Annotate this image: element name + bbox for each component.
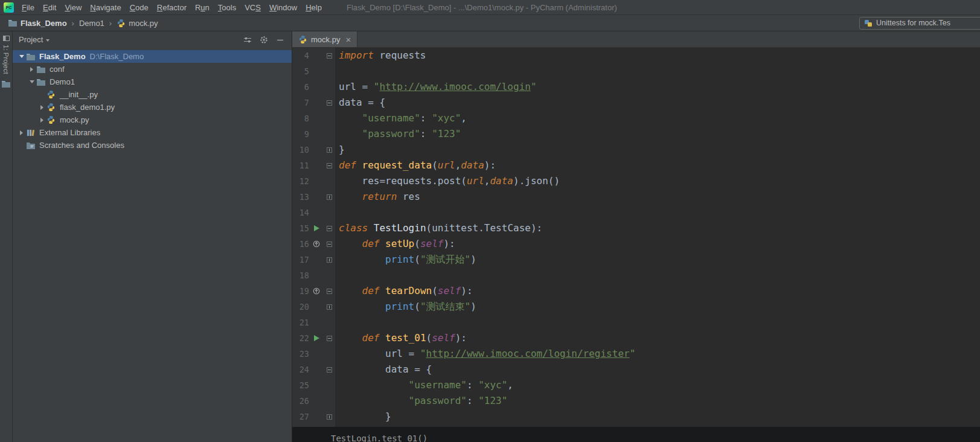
- chevron-down-icon: [46, 39, 50, 42]
- menu-vcs[interactable]: VCS: [240, 1, 265, 14]
- code-line[interactable]: 15class TestLogin(unittest.TestCase):: [292, 220, 980, 236]
- tree-item-init-py[interactable]: __init__.py: [13, 88, 292, 101]
- code-line[interactable]: 12 res=requests.post(url,data).json(): [292, 173, 980, 189]
- tree-expand-arrow-icon[interactable]: [17, 55, 26, 58]
- gutter-cell: 14: [292, 205, 335, 220]
- tree-expand-arrow-icon[interactable]: [17, 130, 26, 135]
- tool-stripe-button-1-project[interactable]: 1: Project: [2, 34, 10, 74]
- overrides-icon[interactable]: [309, 287, 324, 295]
- fold-marker[interactable]: [324, 257, 335, 263]
- code-line[interactable]: 27 }: [292, 409, 980, 424]
- code-line[interactable]: 9 "password": "123": [292, 126, 980, 142]
- gear-icon[interactable]: [260, 36, 268, 44]
- tree-expand-arrow-icon[interactable]: [27, 67, 36, 72]
- menu-edit[interactable]: Edit: [39, 1, 60, 14]
- breadcrumb-item-mock-py[interactable]: mock.py: [115, 18, 159, 28]
- tree-item-label: mock.py: [60, 115, 89, 124]
- fold-marker[interactable]: [324, 194, 335, 200]
- tree-item-label: Flask_Demo: [39, 52, 86, 61]
- tree-item-demo1[interactable]: Demo1: [13, 75, 292, 88]
- tree-item-scratches-and-consoles[interactable]: Scratches and Consoles: [13, 139, 292, 152]
- fold-marker[interactable]: [324, 53, 335, 59]
- code-line[interactable]: 22 def test_01(self):: [292, 330, 980, 346]
- project-panel-title[interactable]: Project: [19, 35, 43, 44]
- run-test-icon[interactable]: [309, 335, 324, 341]
- gutter-cell: 19: [292, 283, 335, 299]
- line-number: 8: [292, 110, 309, 126]
- code-text: data = {: [339, 362, 432, 377]
- menu-help[interactable]: Help: [301, 1, 326, 14]
- line-number: 13: [292, 189, 309, 205]
- code-line[interactable]: 17 print("测试开始"): [292, 252, 980, 267]
- python-icon: [46, 90, 57, 99]
- menu-tools[interactable]: Tools: [214, 1, 240, 14]
- tree-expand-arrow-icon[interactable]: [37, 105, 46, 110]
- code-line[interactable]: 26 "password": "123": [292, 393, 980, 409]
- menu-navigate[interactable]: Navigate: [86, 1, 125, 14]
- tool-stripe-button[interactable]: [1, 80, 11, 88]
- code-line[interactable]: 11def request_data(url,data):: [292, 158, 980, 173]
- tree-expand-arrow-icon[interactable]: [37, 118, 46, 123]
- code-line[interactable]: 25 "username": "xyc",: [292, 377, 980, 393]
- fold-marker[interactable]: [324, 147, 335, 153]
- menu-bar: FileEditViewNavigateCodeRefactorRunTools…: [18, 1, 326, 14]
- fold-marker[interactable]: [324, 367, 335, 373]
- code-line[interactable]: 5: [292, 63, 980, 79]
- tree-item-flask-demo[interactable]: Flask_DemoD:\Flask_Demo: [13, 50, 292, 63]
- line-number: 17: [292, 252, 309, 267]
- code-text: print("测试开始"): [339, 252, 476, 267]
- menu-refactor[interactable]: Refactor: [153, 1, 191, 14]
- run-configuration-label: Unittests for mock.Tes: [876, 19, 950, 27]
- folder-icon: [36, 78, 46, 86]
- menu-code[interactable]: Code: [126, 1, 153, 14]
- code-line[interactable]: 23 url = "http://www.imooc.com/login/reg…: [292, 346, 980, 362]
- code-line[interactable]: 20 print("测试结束"): [292, 299, 980, 315]
- fold-marker[interactable]: [324, 414, 335, 420]
- code-line[interactable]: 6url = "http://www.imooc.com/login": [292, 79, 980, 95]
- code-line[interactable]: 24 data = {: [292, 362, 980, 377]
- tree-item-external-libraries[interactable]: External Libraries: [13, 126, 292, 139]
- run-test-icon[interactable]: [309, 225, 324, 231]
- code-line[interactable]: 16 def setUp(self):: [292, 236, 980, 252]
- line-number: 19: [292, 283, 309, 299]
- tab-mock-py[interactable]: mock.py ×: [292, 31, 357, 47]
- fold-marker[interactable]: [324, 100, 335, 106]
- close-icon[interactable]: ×: [345, 35, 351, 44]
- minimize-icon[interactable]: [276, 36, 284, 44]
- tree-item-mock-py[interactable]: mock.py: [13, 114, 292, 126]
- tool-stripe-label: 1: Project: [2, 45, 10, 74]
- code-line[interactable]: 7data = {: [292, 95, 980, 110]
- tree-item-label: External Libraries: [39, 128, 100, 137]
- code-text: def test_01(self):: [339, 330, 467, 346]
- fold-marker[interactable]: [324, 242, 335, 247]
- menu-view[interactable]: View: [60, 1, 86, 14]
- menu-window[interactable]: Window: [265, 1, 301, 14]
- code-line[interactable]: 13 return res: [292, 189, 980, 205]
- fold-marker[interactable]: [324, 289, 335, 294]
- breadcrumb-item-flask-demo[interactable]: Flask_Demo: [6, 18, 69, 28]
- menu-file[interactable]: File: [18, 1, 39, 14]
- overrides-icon[interactable]: [309, 240, 324, 248]
- code-line[interactable]: 4import requests: [292, 48, 980, 63]
- code-line[interactable]: 8 "username": "xyc",: [292, 110, 980, 126]
- main-area: 1: Project Project Flask_DemoD:\Flask_De…: [0, 31, 980, 442]
- tree-item-conf[interactable]: conf: [13, 63, 292, 75]
- code-line[interactable]: 21: [292, 315, 980, 330]
- fold-marker[interactable]: [324, 336, 335, 341]
- fold-marker[interactable]: [324, 304, 335, 310]
- run-configuration-selector[interactable]: Unittests for mock.Tes: [859, 17, 980, 30]
- breadcrumb-item-demo1[interactable]: Demo1: [77, 18, 106, 28]
- view-options-icon[interactable]: [243, 36, 252, 44]
- code-line[interactable]: 10}: [292, 142, 980, 158]
- tree-expand-arrow-icon[interactable]: [27, 80, 36, 83]
- code-line[interactable]: 18: [292, 267, 980, 283]
- title-bar: PC FileEditViewNavigateCodeRefactorRunTo…: [0, 0, 980, 15]
- fold-marker[interactable]: [324, 163, 335, 168]
- menu-run[interactable]: Run: [191, 1, 214, 14]
- tree-item-flask-demo1-py[interactable]: flask_demo1.py: [13, 101, 292, 114]
- editor-area: mock.py × 4import requests56url = "http:…: [292, 31, 980, 442]
- code-editor[interactable]: 4import requests56url = "http://www.imoo…: [292, 48, 980, 442]
- code-line[interactable]: 19 def tearDown(self):: [292, 283, 980, 299]
- fold-marker[interactable]: [324, 226, 335, 231]
- code-line[interactable]: 14: [292, 205, 980, 220]
